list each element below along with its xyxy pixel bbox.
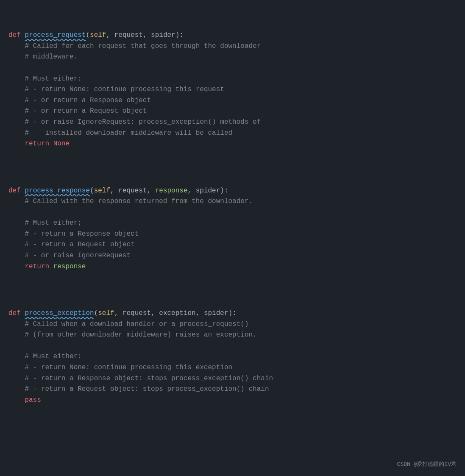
fn-process-request: process_request <box>25 31 86 39</box>
watermark: CSDN @爱打瞌睡的CV君 <box>397 460 457 469</box>
comment-2: # middleware. <box>8 53 78 61</box>
process-response-section: def process_response(self, request, resp… <box>8 175 457 272</box>
process-request-section: def process_request(self, request, spide… <box>8 19 457 150</box>
return-response-line: return response <box>8 263 86 270</box>
param-self-1: self <box>90 31 106 39</box>
param-self-3: self <box>98 309 114 317</box>
comment-10: # Must either; <box>8 219 82 227</box>
fn-process-response: process_response <box>25 187 90 195</box>
def-keyword-3: def <box>8 309 21 317</box>
comment-16: # Must either: <box>8 353 82 360</box>
code-editor: def process_request(self, request, spide… <box>8 8 457 420</box>
def-keyword-2: def <box>8 187 21 195</box>
comment-12: # - return a Request object <box>8 241 135 248</box>
return-none-line: return None <box>8 140 70 148</box>
comment-18: # - return a Response object: stops proc… <box>8 375 273 382</box>
process-exception-section: def process_exception(self, request, exc… <box>8 297 457 406</box>
comment-8: # installed downloader middleware will b… <box>8 129 232 137</box>
comment-17: # - return None: continue processing thi… <box>8 364 232 371</box>
comment-5: # - or return a Response object <box>8 97 151 104</box>
comment-1: # Called for each request that goes thro… <box>8 42 261 50</box>
comment-4: # - return None: continue processing thi… <box>8 86 224 93</box>
comment-14: # Called when a download handler or a pr… <box>8 320 249 328</box>
comment-13: # - or raise IgnoreRequest <box>8 252 131 259</box>
comment-3: # Must either: <box>8 75 82 83</box>
comment-9: # Called with the response returned from… <box>8 198 253 205</box>
comment-19: # - return a Request object: stops proce… <box>8 385 269 393</box>
param-response: response <box>155 187 188 195</box>
comment-7: # - or raise IgnoreRequest: process_exce… <box>8 118 261 126</box>
comment-15: # (from other downloader middleware) rai… <box>8 331 257 339</box>
comment-6: # - or return a Request object <box>8 107 147 115</box>
fn-process-exception: process_exception <box>25 309 94 317</box>
comment-11: # - return a Response object <box>8 230 139 238</box>
param-self-2: self <box>94 187 110 195</box>
def-keyword-1: def <box>8 31 21 39</box>
pass-line: pass <box>8 396 41 404</box>
